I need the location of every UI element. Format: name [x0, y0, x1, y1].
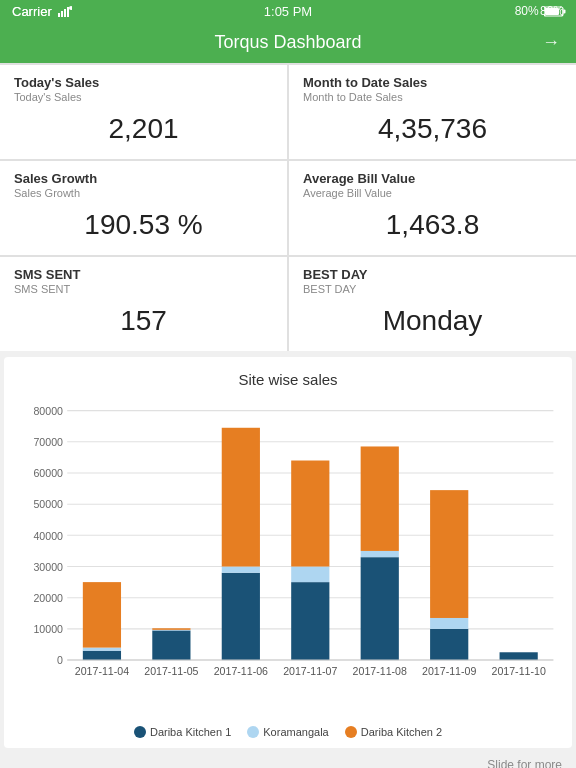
legend-item-2: Dariba Kitchen 2 — [345, 726, 442, 738]
svg-text:2017-11-08: 2017-11-08 — [353, 665, 407, 677]
kpi-label-sub-0: Today's Sales — [14, 91, 273, 103]
kpi-label-sub-2: Sales Growth — [14, 187, 273, 199]
chart-area: 0100002000030000400005000060000700008000… — [12, 400, 564, 718]
svg-rect-3 — [67, 7, 69, 17]
svg-text:30000: 30000 — [33, 561, 63, 573]
bar-chart: 0100002000030000400005000060000700008000… — [12, 400, 564, 718]
kpi-value-2: 190.53 % — [14, 205, 273, 241]
kpi-label-sub-4: SMS SENT — [14, 283, 273, 295]
svg-rect-26 — [83, 651, 121, 660]
legend-dot-1 — [247, 726, 259, 738]
kpi-label-main-3: Average Bill Value — [303, 171, 562, 186]
kpi-label-main-2: Sales Growth — [14, 171, 273, 186]
chart-title: Site wise sales — [12, 371, 564, 388]
app-header: Torqus Dashboard → — [0, 22, 576, 63]
kpi-label-main-5: BEST DAY — [303, 267, 562, 282]
logout-icon[interactable]: → — [542, 32, 560, 53]
kpi-label-sub-5: BEST DAY — [303, 283, 562, 295]
svg-rect-28 — [83, 582, 121, 647]
legend-dot-2 — [345, 726, 357, 738]
kpi-card-0: Today's Sales Today's Sales 2,201 — [0, 65, 287, 159]
svg-rect-50 — [500, 652, 538, 660]
svg-rect-32 — [152, 628, 190, 630]
svg-point-4 — [69, 6, 72, 10]
svg-rect-44 — [361, 446, 399, 550]
svg-rect-0 — [58, 13, 60, 17]
legend-label-2: Dariba Kitchen 2 — [361, 726, 442, 738]
kpi-card-4: SMS SENT SMS SENT 157 — [0, 257, 287, 351]
svg-text:2017-11-06: 2017-11-06 — [214, 665, 268, 677]
status-bar: Carrier Carrier 1:05 PM 80% 80% — [0, 0, 576, 22]
kpi-value-0: 2,201 — [14, 109, 273, 145]
svg-text:2017-11-09: 2017-11-09 — [422, 665, 476, 677]
svg-rect-40 — [291, 461, 329, 567]
status-bar-carrier: Carrier — [12, 4, 72, 19]
svg-rect-7 — [545, 8, 559, 15]
kpi-card-2: Sales Growth Sales Growth 190.53 % — [0, 161, 287, 255]
legend-dot-0 — [134, 726, 146, 738]
svg-rect-42 — [361, 557, 399, 660]
svg-text:60000: 60000 — [33, 467, 63, 479]
svg-text:50000: 50000 — [33, 498, 63, 510]
svg-rect-1 — [61, 11, 63, 17]
kpi-grid: Today's Sales Today's Sales 2,201 Month … — [0, 63, 576, 351]
slide-more-label: Slide for more — [0, 752, 576, 768]
kpi-card-3: Average Bill Value Average Bill Value 1,… — [289, 161, 576, 255]
svg-rect-6 — [564, 10, 566, 14]
svg-rect-27 — [83, 648, 121, 651]
svg-rect-34 — [222, 573, 260, 660]
svg-rect-46 — [430, 629, 468, 660]
chart-legend: Dariba Kitchen 1KoramangalaDariba Kitche… — [12, 726, 564, 738]
svg-text:2017-11-07: 2017-11-07 — [283, 665, 337, 677]
svg-text:2017-11-10: 2017-11-10 — [492, 665, 546, 677]
svg-text:80000: 80000 — [33, 405, 63, 417]
svg-text:20000: 20000 — [33, 592, 63, 604]
svg-rect-43 — [361, 551, 399, 557]
svg-rect-2 — [64, 9, 66, 17]
svg-text:70000: 70000 — [33, 436, 63, 448]
chart-section: Site wise sales 010000200003000040000500… — [4, 357, 572, 748]
legend-label-0: Dariba Kitchen 1 — [150, 726, 231, 738]
legend-item-0: Dariba Kitchen 1 — [134, 726, 231, 738]
svg-text:2017-11-04: 2017-11-04 — [75, 665, 129, 677]
kpi-value-4: 157 — [14, 301, 273, 337]
svg-text:40000: 40000 — [33, 530, 63, 542]
kpi-label-main-1: Month to Date Sales — [303, 75, 562, 90]
kpi-value-3: 1,463.8 — [303, 205, 562, 241]
svg-rect-48 — [430, 490, 468, 618]
kpi-card-1: Month to Date Sales Month to Date Sales … — [289, 65, 576, 159]
status-time: 1:05 PM — [264, 4, 312, 19]
kpi-label-main-4: SMS SENT — [14, 267, 273, 282]
kpi-label-sub-3: Average Bill Value — [303, 187, 562, 199]
kpi-value-1: 4,35,736 — [303, 109, 562, 145]
svg-text:2017-11-05: 2017-11-05 — [144, 665, 198, 677]
battery-display: 80% — [515, 4, 566, 18]
svg-rect-38 — [291, 582, 329, 660]
kpi-card-5: BEST DAY BEST DAY Monday — [289, 257, 576, 351]
kpi-label-main-0: Today's Sales — [14, 75, 273, 90]
legend-label-1: Koramangala — [263, 726, 328, 738]
svg-rect-35 — [222, 567, 260, 573]
svg-rect-36 — [222, 428, 260, 567]
svg-rect-39 — [291, 567, 329, 583]
svg-text:10000: 10000 — [33, 623, 63, 635]
kpi-value-5: Monday — [303, 301, 562, 337]
svg-rect-47 — [430, 618, 468, 629]
svg-text:0: 0 — [57, 654, 63, 666]
svg-rect-30 — [152, 630, 190, 660]
app-title: Torqus Dashboard — [214, 32, 361, 53]
kpi-label-sub-1: Month to Date Sales — [303, 91, 562, 103]
svg-rect-31 — [152, 630, 190, 631]
legend-item-1: Koramangala — [247, 726, 328, 738]
